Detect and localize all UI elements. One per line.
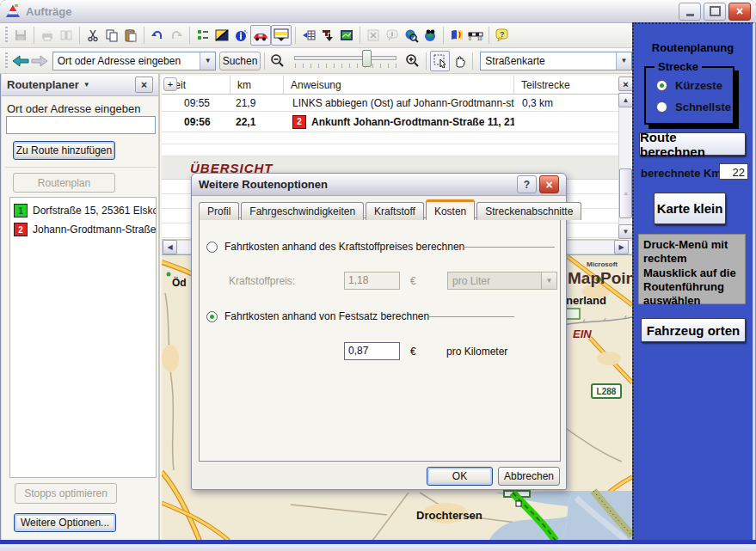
tab-profil[interactable]: Profil xyxy=(199,202,239,220)
radio-row[interactable]: Kürzeste xyxy=(656,79,733,92)
map-style-icon[interactable] xyxy=(212,26,231,45)
forward-icon[interactable] xyxy=(30,52,49,70)
scroll-down-icon[interactable]: ▼ xyxy=(618,224,633,239)
window-bottom-edge xyxy=(0,544,756,551)
fuel-cost-radio[interactable] xyxy=(206,242,218,253)
column-anweisung[interactable]: Anweisung xyxy=(284,76,514,94)
minimize-icon[interactable] xyxy=(679,3,701,21)
scroll-left-icon[interactable]: ◀ xyxy=(163,240,177,254)
dialog-help-icon[interactable]: ? xyxy=(517,175,537,193)
routenplan-button: Routenplan xyxy=(13,173,115,193)
territory-icon[interactable] xyxy=(318,26,337,45)
more-options-button[interactable]: Weitere Optionen... xyxy=(14,513,116,532)
legend-icon[interactable] xyxy=(194,26,212,45)
map-export-icon[interactable] xyxy=(337,26,356,45)
map-small-button[interactable]: Karte klein xyxy=(654,193,726,224)
toolbar-gripper[interactable] xyxy=(5,52,8,70)
cell-time: 09:55 xyxy=(162,97,230,109)
title-bar[interactable]: Aufträge × xyxy=(0,0,756,23)
close-directions-icon[interactable]: × xyxy=(618,77,633,91)
scroll-right-icon[interactable]: ▶ xyxy=(614,240,629,254)
calculated-km-value[interactable]: 22 xyxy=(719,163,748,180)
minimize-glyph xyxy=(686,14,694,16)
locate-vehicle-button[interactable]: Fahrzeug orten xyxy=(641,318,746,342)
close-icon[interactable]: × xyxy=(728,3,751,21)
zoom-slider-thumb[interactable] xyxy=(362,50,372,67)
route-highlight-icon[interactable] xyxy=(271,25,292,46)
flat-rate-option-row[interactable]: Fahrtkosten anhand von Festsatz berechne… xyxy=(206,310,429,322)
svg-text:0: 0 xyxy=(469,36,471,41)
address-input[interactable] xyxy=(6,116,156,134)
toolbar-gripper[interactable] xyxy=(5,27,8,44)
select-tool-icon[interactable] xyxy=(430,51,451,71)
column-teilstrecke[interactable]: Teilstrecke xyxy=(514,76,618,94)
column-km[interactable]: km xyxy=(230,76,284,94)
back-icon[interactable] xyxy=(11,52,30,70)
fuel-price-input: 1,18 xyxy=(344,272,400,290)
ok-button[interactable]: OK xyxy=(427,467,493,486)
paste-icon[interactable] xyxy=(121,26,140,45)
redo-icon xyxy=(167,26,186,45)
schnellste-radio[interactable] xyxy=(656,101,667,113)
zoom-in-icon[interactable] xyxy=(403,52,422,70)
add-to-route-button[interactable]: Zu Route hinzufügen xyxy=(13,141,115,160)
cancel-button[interactable]: Abbrechen xyxy=(498,467,560,486)
info-icon[interactable] xyxy=(231,26,250,45)
cut-icon[interactable] xyxy=(83,26,102,45)
search-button[interactable]: Suchen xyxy=(219,52,261,70)
maximize-icon[interactable] xyxy=(704,3,726,21)
radio-row[interactable]: Schnellste xyxy=(656,101,733,113)
direction-row[interactable]: 09:56 22,1 2Ankunft Johann-Grodtmann-Str… xyxy=(162,112,618,132)
chevron-down-icon[interactable]: ▼ xyxy=(616,52,631,70)
pan-hand-icon[interactable] xyxy=(450,52,469,70)
toolbar-separator xyxy=(426,52,427,70)
calculate-route-button[interactable]: Route berechnen xyxy=(639,132,746,156)
fuel-price-currency: € xyxy=(410,275,416,287)
chevron-down-icon[interactable]: ▼ xyxy=(200,52,215,70)
data-balloon-icon xyxy=(383,26,402,45)
excel-icon xyxy=(364,26,383,45)
route-planner-header[interactable]: Routenplaner ▼ × xyxy=(2,74,158,96)
directions-header: + Zeit km Anweisung Teilstrecke xyxy=(162,76,618,95)
cell-time: 09:56 xyxy=(162,116,230,128)
zoom-slider[interactable] xyxy=(294,56,396,60)
direction-row[interactable]: 09:55 21,9 LINKS abbiegen (Ost) auf Joha… xyxy=(162,95,618,112)
locate-globe-icon[interactable] xyxy=(421,26,439,45)
vehicle-icon[interactable] xyxy=(250,25,271,46)
list-item[interactable]: 2 Johann-Grodtmann-Straße 11, xyxy=(10,220,156,239)
route-book-icon[interactable] xyxy=(447,26,466,45)
expand-directions-button[interactable]: + xyxy=(163,77,177,91)
map-style-combo[interactable]: Straßenkarte ▼ xyxy=(480,52,632,70)
main-toolbar: 010 ? xyxy=(0,23,632,48)
copy-icon[interactable] xyxy=(102,26,121,45)
find-globe-icon[interactable] xyxy=(402,26,421,45)
tab-fahrgeschwindigkeiten[interactable]: Fahrgeschwindigkeiten xyxy=(241,202,364,220)
zoom-out-icon[interactable] xyxy=(268,52,287,70)
add-stop-icon[interactable] xyxy=(299,26,318,45)
tab-streckenabschnitte[interactable]: Streckenabschnitte xyxy=(476,202,581,220)
toolbar-separator xyxy=(189,27,190,44)
list-item[interactable]: 1 Dorfstraße 15, 25361 Elskop xyxy=(10,201,156,220)
flat-rate-radio[interactable] xyxy=(206,311,218,322)
help-icon[interactable]: ? xyxy=(493,26,512,45)
calculated-km-label: berechnete Km xyxy=(641,167,722,180)
flat-rate-currency: € xyxy=(410,346,416,358)
dialog-title-bar[interactable]: Weitere Routenoptionen ? × xyxy=(192,174,566,196)
fuel-cost-option-row[interactable]: Fahrtkosten anhand des Kraftstoffpreises… xyxy=(206,241,464,253)
address-combo[interactable]: Ort oder Adresse eingeben ▼ xyxy=(52,52,217,70)
chevron-down-icon[interactable]: ▼ xyxy=(83,81,90,89)
tab-kraftstoff[interactable]: Kraftstoff xyxy=(366,202,424,220)
kuerzeste-radio[interactable] xyxy=(656,80,667,91)
divider xyxy=(428,316,514,317)
close-routenplaner-icon[interactable]: × xyxy=(135,77,153,93)
flat-rate-input[interactable]: 0,87 xyxy=(344,342,400,360)
measure-icon[interactable]: 010 xyxy=(466,26,485,45)
scroll-up-icon[interactable]: ▲ xyxy=(618,93,633,107)
dialog-close-icon[interactable]: × xyxy=(539,175,559,193)
vscroll-thumb[interactable]: ≡ xyxy=(619,168,632,218)
tab-kosten[interactable]: Kosten xyxy=(426,199,475,220)
cell-distance: 0,3 km xyxy=(514,97,618,109)
undo-icon[interactable] xyxy=(148,26,167,45)
toolbar-separator xyxy=(79,27,80,44)
map-state-label: EIN xyxy=(573,328,592,340)
